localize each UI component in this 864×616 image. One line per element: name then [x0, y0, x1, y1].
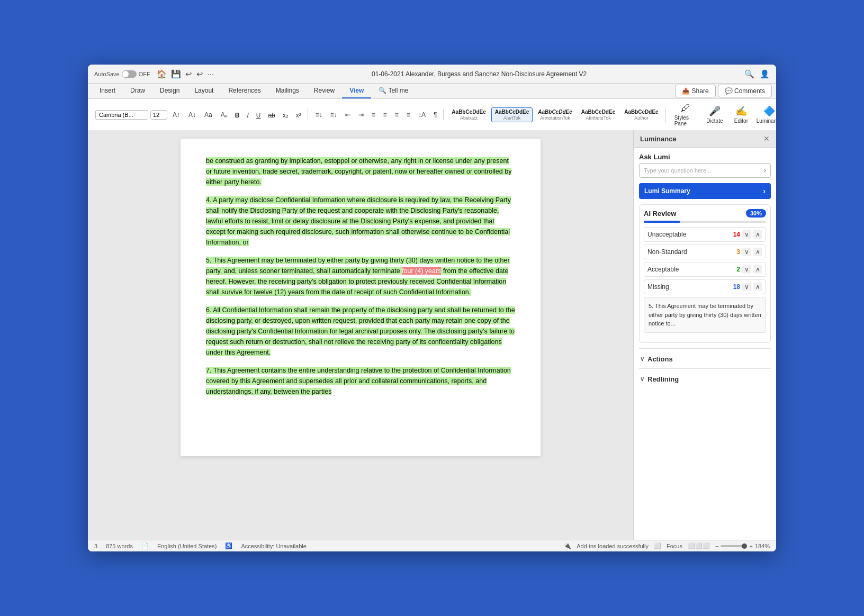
- word-count: 875 words: [106, 543, 133, 549]
- strikethrough-button[interactable]: ab: [265, 110, 278, 121]
- panel-close-button[interactable]: ✕: [763, 134, 770, 143]
- italic-button[interactable]: I: [244, 110, 251, 121]
- format-painter-btn[interactable]: Aₚ: [218, 110, 231, 120]
- tab-draw[interactable]: Draw: [123, 84, 152, 98]
- unacceptable-up-btn[interactable]: ∧: [753, 230, 762, 239]
- ask-lumi-placeholder: Type your question here...: [644, 167, 711, 174]
- tab-view[interactable]: View: [342, 84, 371, 98]
- autosave-toggle[interactable]: [122, 70, 137, 78]
- save-icon[interactable]: 💾: [171, 69, 181, 79]
- style-author[interactable]: AaBbCcDdEe Author: [620, 107, 662, 122]
- tab-design[interactable]: Design: [152, 84, 187, 98]
- numbering-btn[interactable]: ≡↓: [327, 110, 340, 120]
- titlebar-right: 🔍 👤: [744, 69, 770, 79]
- superscript-button[interactable]: x²: [293, 110, 304, 121]
- ai-review-badge[interactable]: 30%: [746, 209, 766, 218]
- page-number: 3: [94, 543, 97, 549]
- tab-mailings[interactable]: Mailings: [268, 84, 307, 98]
- indent-dec-btn[interactable]: ⇤: [342, 110, 354, 120]
- redlining-toggle[interactable]: ∨ Redlining: [639, 373, 771, 385]
- ask-lumi-chevron[interactable]: ›: [764, 167, 766, 174]
- tab-references[interactable]: References: [221, 84, 268, 98]
- ask-lumi-input[interactable]: Type your question here... ›: [639, 163, 771, 178]
- acceptable-up-btn[interactable]: ∧: [753, 265, 762, 274]
- luminance-button[interactable]: 🔷 Luminance: [755, 104, 776, 125]
- tab-layout[interactable]: Layout: [187, 84, 221, 98]
- increase-font-btn[interactable]: A↑: [169, 110, 183, 120]
- review-item-acceptable: Acceptable 2 ∨ ∧: [644, 262, 766, 277]
- missing-down-btn[interactable]: ∨: [742, 283, 751, 291]
- font-selector: Cambria (B... 12 A↑ A↓ Aa Aₚ: [95, 110, 231, 120]
- style-annotationtok[interactable]: AaBbCcDdEe AnnotationTok: [534, 107, 575, 122]
- missing-up-btn[interactable]: ∧: [753, 283, 762, 291]
- tab-insert[interactable]: Insert: [92, 84, 123, 98]
- ai-review-header: AI Review 30%: [644, 209, 766, 218]
- zoom-slider[interactable]: [721, 545, 747, 547]
- tab-tell-me[interactable]: 🔍 Tell me: [371, 84, 416, 98]
- ribbon-tabs: Insert Draw Design Layout References Mai…: [88, 84, 776, 99]
- zoom-out-btn[interactable]: −: [715, 543, 718, 549]
- redlining-section: ∨ Redlining: [639, 368, 771, 385]
- bullets-btn[interactable]: ≡↓: [312, 110, 326, 120]
- unacceptable-count: 14: [733, 231, 740, 238]
- autosave-state: OFF: [139, 71, 150, 77]
- ask-lumi-label: Ask Lumi: [639, 153, 771, 161]
- font-size-selector[interactable]: 12: [150, 110, 167, 120]
- preview-card: 5. This Agreement may be terminated by e…: [644, 297, 766, 333]
- actions-group: 🖊 Styles Pane 🎤 Dictate ✍ Editor 🔷 Lumin…: [667, 101, 776, 128]
- align-center-btn[interactable]: ≡: [380, 110, 390, 120]
- lumi-summary-button[interactable]: Lumi Summary ›: [639, 183, 771, 199]
- justify-btn[interactable]: ≡: [403, 110, 413, 120]
- subscript-button[interactable]: x₂: [280, 110, 292, 121]
- unacceptable-down-btn[interactable]: ∨: [742, 230, 751, 239]
- align-left-btn[interactable]: ≡: [368, 110, 379, 120]
- focus-icon: ⬜: [654, 542, 661, 549]
- unacceptable-count-group: 14 ∨ ∧: [733, 230, 762, 239]
- redo-icon[interactable]: ↩: [196, 69, 203, 79]
- comments-button[interactable]: 💬 Comments: [718, 85, 772, 97]
- editor-button[interactable]: ✍ Editor: [728, 104, 754, 125]
- nonstandard-up-btn[interactable]: ∧: [753, 248, 762, 256]
- undo-icon[interactable]: ↩: [185, 69, 192, 79]
- word-window: AutoSave OFF 🏠 💾 ↩ ↩ ··· 01-06-2021 Alex…: [88, 65, 776, 551]
- paragraph-4: 6. All Confidential Information shall re…: [206, 305, 515, 358]
- preview-text: 5. This Agreement may be terminated by e…: [649, 303, 761, 327]
- nonstandard-down-btn[interactable]: ∨: [742, 248, 751, 256]
- aa-btn[interactable]: Aa: [201, 110, 215, 120]
- acceptable-down-btn[interactable]: ∨: [742, 265, 751, 274]
- style-alerttok[interactable]: AaBbCcDdEe AlertTok: [491, 107, 533, 122]
- indent-inc-btn[interactable]: ⇥: [355, 110, 367, 120]
- redlining-label: Redlining: [647, 375, 679, 383]
- style-attributetok[interactable]: AaBbCcDdEe AttributeTok: [578, 107, 619, 122]
- font-group: Cambria (B... 12 A↑ A↓ Aa Aₚ B I U ab x₂…: [92, 108, 308, 121]
- sort-btn[interactable]: ↕A: [415, 110, 429, 120]
- font-name-selector[interactable]: Cambria (B...: [95, 110, 148, 120]
- home-icon[interactable]: 🏠: [157, 69, 167, 79]
- style-abstract[interactable]: AaBbCcDdEe Abstract: [448, 107, 489, 122]
- redlining-chevron-icon: ∨: [640, 376, 644, 383]
- tab-review[interactable]: Review: [307, 84, 342, 98]
- align-right-btn[interactable]: ≡: [392, 110, 402, 120]
- panel-body: Ask Lumi Type your question here... › Lu…: [634, 148, 776, 540]
- share-button[interactable]: 📤 Share: [675, 85, 715, 97]
- focus-text[interactable]: Focus: [667, 543, 682, 549]
- bold-button[interactable]: B: [232, 110, 243, 121]
- addin-text: Add-ins loaded successfully: [577, 543, 649, 549]
- underline-button[interactable]: U: [253, 110, 264, 121]
- zoom-in-btn[interactable]: +: [749, 543, 752, 549]
- dictate-icon: 🎤: [709, 105, 721, 117]
- acceptable-count: 2: [736, 266, 740, 273]
- para4-text: 6. All Confidential Information shall re…: [206, 306, 515, 356]
- actions-toggle[interactable]: ∨ Actions: [639, 353, 771, 365]
- account-icon[interactable]: 👤: [760, 69, 770, 79]
- more-icon[interactable]: ···: [208, 69, 214, 78]
- show-format-btn[interactable]: ¶: [430, 110, 440, 120]
- decrease-font-btn[interactable]: A↓: [185, 110, 199, 120]
- lumi-summary-chevron: ›: [763, 187, 766, 195]
- styles-pane-button[interactable]: 🖊 Styles Pane: [670, 101, 701, 128]
- ask-lumi-section: Ask Lumi Type your question here... ›: [639, 153, 771, 178]
- dictate-button[interactable]: 🎤 Dictate: [702, 104, 727, 125]
- right-panel: Luminance ✕ Ask Lumi Type your question …: [633, 130, 776, 540]
- search-icon[interactable]: 🔍: [744, 69, 754, 79]
- paragraph-2: 4. A party may disclose Confidential Inf…: [206, 195, 515, 248]
